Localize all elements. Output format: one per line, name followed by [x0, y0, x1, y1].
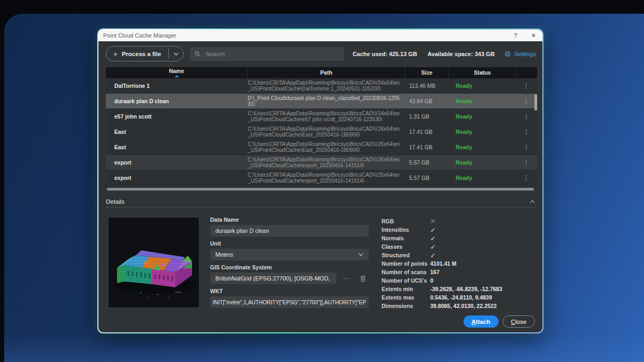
process-file-split-button: + Process a file [106, 46, 184, 61]
close-button[interactable]: Close [503, 315, 535, 328]
property-value: ✓ [430, 234, 537, 242]
row-menu-button[interactable]: ⋮ [516, 155, 536, 170]
row-menu-button[interactable]: ⋮ [516, 140, 536, 155]
column-header-size[interactable]: Size [405, 67, 449, 78]
help-icon[interactable]: ? [506, 30, 524, 41]
cell-status: Ready [449, 78, 516, 93]
cell-name: DalTorrione 1 [106, 78, 248, 93]
cell-size: 5.57 GB [405, 170, 449, 185]
kebab-icon: ⋮ [523, 143, 530, 151]
cell-name: export [106, 155, 248, 170]
close-icon[interactable]: ✕ [524, 30, 542, 41]
cache-used-stat: Cache used: 425.13 GB [352, 51, 417, 57]
cell-status: Ready [449, 94, 516, 108]
cache-used-value: 425.13 GB [389, 51, 417, 57]
ellipsis-icon: ··· [343, 275, 351, 282]
table-row[interactable]: export C:\Users\CRITA\AppData\Roaming\Br… [106, 155, 537, 170]
cell-path: C:\Users\CRITA\AppData\Roaming\Bricsys\B… [248, 111, 400, 122]
kebab-icon: ⋮ [523, 113, 530, 120]
column-header-path[interactable]: Path [248, 67, 405, 78]
unit-label: Unit [210, 241, 369, 246]
cell-name: East [106, 140, 248, 155]
property-value: ✓ [430, 251, 537, 259]
gear-icon: ⚙ [504, 50, 511, 58]
kebab-icon: ⋮ [523, 128, 530, 135]
unit-select[interactable]: Meters [210, 249, 369, 260]
property-value: 39.8065, 42.0130, 22.2522 [430, 302, 537, 310]
cell-size: 43.94 GB [405, 94, 449, 108]
horizontal-scrollbar-thumb[interactable] [107, 188, 534, 191]
column-header-name[interactable]: Name [106, 67, 248, 78]
table-row[interactable]: East C:\Users\CRITA\AppData\Roaming\Bric… [106, 140, 537, 155]
cache-used-label: Cache used: [352, 51, 387, 57]
search-input[interactable] [205, 50, 340, 58]
table-row[interactable]: DalTorrione 1 C:\Users\CRITA\AppData\Roa… [106, 78, 537, 94]
desktop: Point Cloud Cache Manager ? ✕ + Process … [0, 0, 644, 362]
cell-path: C:\Users\CRITA\AppData\Roaming\Bricsys\B… [248, 141, 400, 153]
collapse-chevron-up-icon[interactable] [530, 200, 535, 203]
data-name-input[interactable] [210, 225, 369, 237]
cell-name: duraark plan D clean [106, 94, 248, 108]
gis-coordinate-system-label: GIS Coordinate System [210, 265, 369, 270]
details-divider [106, 207, 536, 207]
unit-selected-value: Meters [215, 251, 233, 258]
wkt-label: WKT [210, 288, 369, 294]
kebab-icon: ⋮ [523, 159, 530, 166]
cache-table: Name Path Size Status DalTorrione 1 C:\U… [106, 67, 537, 186]
horizontal-scrollbar[interactable] [106, 188, 537, 191]
table-row[interactable]: duraark plan D clean D:\_Point Cloud\dur… [106, 94, 537, 109]
properties-list: RGB ✕ Intensities ✓ Normals ✓ Classes ✓ … [382, 217, 537, 312]
row-menu-button[interactable]: ⋮ [516, 170, 536, 185]
table-row[interactable]: e57 john scott C:\Users\CRITA\AppData\Ro… [106, 109, 537, 124]
settings-label: Settings [514, 51, 536, 57]
available-space-label: Available space: [428, 51, 473, 57]
column-header-actions [516, 67, 536, 78]
table-row[interactable]: East C:\Users\CRITA\AppData\Roaming\Bric… [106, 124, 537, 140]
cell-path: C:\Users\CRITA\AppData\Roaming\Bricsys\B… [248, 157, 400, 168]
toolbar: + Process a file [106, 46, 537, 61]
row-menu-button[interactable]: ⋮ [516, 94, 536, 108]
gis-coordinate-system-input[interactable] [210, 273, 337, 284]
cell-path: C:\Users\CRITA\AppData\Roaming\Bricsys\B… [248, 80, 400, 92]
plus-icon: + [113, 50, 117, 58]
attach-button[interactable]: Attach [464, 315, 498, 328]
property-value: ✕ [430, 217, 537, 225]
row-menu-button[interactable]: ⋮ [516, 78, 536, 93]
cell-name: export [106, 170, 248, 185]
kebab-icon: ⋮ [523, 97, 530, 105]
property-value: 0.5436, -24.8110, 9.4839 [430, 293, 537, 302]
cell-status: Ready [449, 124, 516, 139]
row-menu-button[interactable]: ⋮ [516, 109, 536, 124]
titlebar: Point Cloud Cache Manager ? ✕ [98, 30, 542, 41]
footer: Attach Close [106, 315, 537, 332]
wkt-input[interactable] [210, 296, 369, 308]
property-label: Number of UCS's [382, 276, 430, 285]
settings-button[interactable]: ⚙ Settings [504, 50, 536, 58]
cell-status: Ready [449, 155, 516, 170]
table-row[interactable]: export C:\Users\CRITA\AppData\Roaming\Br… [106, 170, 537, 186]
cell-size: 17.41 GB [405, 140, 449, 155]
vertical-scrollbar[interactable] [534, 78, 537, 186]
search-icon [195, 51, 201, 57]
gis-browse-button[interactable]: ··· [341, 273, 352, 284]
property-label: Extents max [382, 293, 430, 302]
column-header-status[interactable]: Status [449, 67, 516, 78]
property-value: 0 [430, 276, 537, 285]
chevron-down-icon [174, 52, 179, 56]
property-value: -39.2628, -66.8239, -12.7683 [430, 285, 537, 293]
cell-size: 113.46 MB [405, 78, 449, 93]
property-label: RGB [382, 217, 430, 225]
process-file-dropdown-button[interactable] [169, 47, 183, 61]
property-label: Intensities [382, 225, 430, 234]
gis-delete-button[interactable] [358, 273, 369, 284]
property-value: 4101.41 M [430, 259, 537, 268]
cell-name: e57 john scott [106, 109, 248, 124]
available-space-stat: Available space: 343 GB [428, 51, 495, 57]
point-cloud-preview [108, 217, 199, 308]
property-label: Classes [382, 242, 430, 251]
vertical-scrollbar-thumb[interactable] [534, 94, 537, 111]
process-file-button[interactable]: + Process a file [106, 47, 168, 61]
table-header: Name Path Size Status [106, 67, 537, 78]
row-menu-button[interactable]: ⋮ [516, 124, 536, 139]
window-title: Point Cloud Cache Manager [98, 32, 506, 39]
